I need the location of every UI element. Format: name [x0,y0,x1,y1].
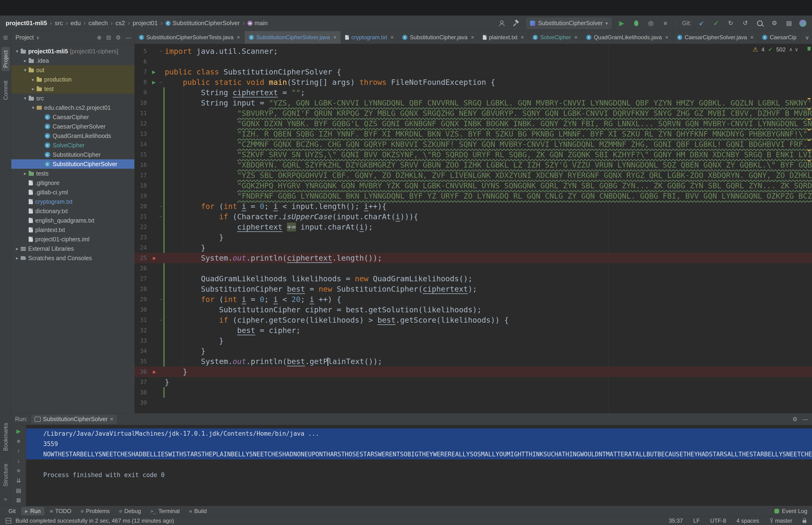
fold-icon[interactable]: − [158,77,163,87]
tree-item[interactable]: dictionary.txt [11,206,134,216]
toolwindow-button-terminal[interactable]: >_Terminal [147,507,184,515]
stop-icon[interactable]: ■ [14,437,23,445]
editor-tab[interactable]: CQuadGramLikelihoods.java× [582,31,673,44]
tree-item[interactable]: CSolveCipher [11,140,134,150]
layout-icon[interactable]: ▤ [785,19,793,28]
stripe-item-project[interactable]: Project [1,47,10,71]
toolwindow-toggle-icon[interactable] [6,518,11,524]
code-line[interactable]: 20− for (int i = 0; i < input.length(); … [135,201,812,211]
tree-item[interactable]: CCaesarCipher [11,112,134,122]
code-line[interactable]: 26 [135,263,812,273]
profile-avatar[interactable] [799,20,806,27]
tree-item[interactable]: CSubstitutionCipherSolver [11,159,134,169]
search-everywhere-button[interactable] [756,19,764,28]
tree-item[interactable]: english_quadgrams.txt [11,216,134,225]
code-line[interactable]: 31− if (cipher.getScore(likelihoods) > b… [135,315,812,325]
code-line[interactable]: 6 [135,56,812,67]
code-line[interactable]: 34 } [135,346,812,356]
editor-tab[interactable]: cryptogram.txt× [341,31,398,44]
breadcrumb-item[interactable]: project01-mli5 [6,19,47,27]
coverage-button[interactable]: ◎ [647,19,655,28]
code-line[interactable]: 25● System.out.println(ciphertext.length… [135,253,812,263]
toolwindow-button-todo[interactable]: ≡TODO [46,507,75,515]
chevron-right-icon[interactable]: ▸ [14,255,21,261]
code-line[interactable]: 5−import java.util.Scanner; [135,46,812,56]
code-line[interactable]: 23 } [135,232,812,242]
scroll-down-icon[interactable]: ↓ [14,456,23,465]
indent-style[interactable]: 4 spaces [737,518,759,524]
code-line[interactable]: 18 "GQKZHPQ HYGRV YNRGQNK GQN MVBRY YZK … [135,180,812,191]
chevron-down-icon[interactable]: ▾ [30,105,37,110]
breadcrumb-item[interactable]: cs2 [116,19,125,27]
tab-close-icon[interactable]: × [237,34,240,41]
tab-close-icon[interactable]: × [521,34,524,41]
editor[interactable]: 5−import java.util.Scanner;67▶public cla… [135,44,812,413]
hidden-tabs-icon[interactable]: ∨ [805,34,809,41]
run-button[interactable]: ▶ [617,19,626,28]
tab-close-icon[interactable]: × [471,34,474,41]
editor-tab[interactable]: plaintext.txt× [479,31,528,44]
fold-icon[interactable]: − [158,294,163,304]
breakpoint-icon[interactable]: ● [150,253,158,263]
console-line[interactable] [43,460,812,470]
code-line[interactable]: 39 [135,397,812,408]
code-line[interactable]: 36● } [135,366,812,377]
breadcrumb-item[interactable]: caltech [88,19,108,27]
debug-button[interactable] [632,19,641,28]
chevron-right-icon[interactable]: ▸ [30,86,37,92]
code-line[interactable]: 19 "FNDRFNF GQBG LYNNGDQNL BKN LYNNGDQNL… [135,191,812,201]
tree-item[interactable]: ▾out [11,65,134,75]
tab-close-icon[interactable]: × [390,34,394,41]
status-message[interactable]: Build completed successfully in 2 sec, 4… [16,518,174,524]
tree-item[interactable]: CQuadGramLikelihoods [11,131,134,140]
tab-close-icon[interactable]: × [333,34,336,41]
code-line[interactable]: 16 "XBDQRYN. GQRL SZYFKZHL DZYGKBMGRZY S… [135,160,812,170]
console-line[interactable]: Process finished with exit code 0 [43,470,812,480]
code-line[interactable]: 33 } [135,335,812,346]
tree-item[interactable]: ▸.idea [11,56,134,65]
chevron-right-icon[interactable]: ▸ [30,77,37,82]
fold-icon[interactable]: − [158,201,163,211]
chevron-right-icon[interactable]: ▸ [21,58,29,63]
run-settings-gear-icon[interactable]: ⚙ [792,416,797,422]
tree-item[interactable]: ▾edu.caltech.cs2.project01 [11,103,134,112]
tree-item[interactable]: ▸External Libraries [11,244,134,253]
code-line[interactable]: 32 best = cipher; [135,325,812,335]
chevron-down-icon[interactable]: ∨ [36,35,40,41]
toolwindow-button-problems[interactable]: ⊘Problems [77,507,113,515]
locate-file-icon[interactable]: ⊕ [97,34,102,41]
event-log-button[interactable]: Event Log [775,508,807,514]
code-line[interactable]: 8▶− public static void main(String[] arg… [135,77,812,87]
chevron-down-icon[interactable]: ▾ [21,95,29,101]
breadcrumb-item[interactable]: src [55,19,63,27]
console-line[interactable]: /Library/Java/JavaVirtualMachines/jdk-17… [26,429,812,439]
collapse-stripe-icon[interactable]: » [4,496,7,502]
toolwindow-button-git[interactable]: Git [5,507,19,515]
chevron-down-icon[interactable]: ▾ [21,67,29,73]
console-line[interactable]: 3559 [26,439,812,449]
console-line[interactable]: NOWTHESTARBELLYSNEETCHESHADBELLIESWITHST… [26,449,812,460]
tree-item[interactable]: ▸production [11,75,134,84]
code-line[interactable]: 10 String input = "YZS, GQN LGBK-CNVVI L… [135,98,812,108]
cursor-position[interactable]: 35:37 [669,518,683,524]
tree-item[interactable]: ▸test [11,84,134,93]
close-icon[interactable]: × [110,416,113,422]
tree-item[interactable]: CSubstitutionCipher [11,150,134,159]
code-line[interactable]: 21− if (Character.isUpperCase(input.char… [135,211,812,222]
git-branch[interactable]: master [769,518,792,524]
lock-icon[interactable] [802,520,806,523]
run-tab[interactable]: SubstitutionCipherSolver × [31,415,117,424]
run-line-icon[interactable]: ▶ [150,67,158,77]
print-icon[interactable]: ▤ [14,486,23,495]
tree-item[interactable]: .gitlab-ci.yml [11,188,134,197]
code-line[interactable]: 11 "SBVURYP, GQNI'F QRUN KRPQG ZY MBLG G… [135,108,812,118]
stripe-item-bookmarks[interactable]: Bookmarks [1,419,10,454]
tree-item[interactable]: .gitignore [11,178,134,188]
tab-close-icon[interactable]: × [574,34,578,41]
breadcrumb-item[interactable]: edu [71,19,81,27]
scroll-to-end-icon[interactable]: ⇊ [14,476,23,485]
editor-tab[interactable]: CCaesarCip [758,31,801,44]
stripe-item-structure[interactable]: Structure [1,460,10,490]
editor-tab[interactable]: CSolveCipher× [528,31,582,44]
fold-icon[interactable]: − [158,46,163,56]
